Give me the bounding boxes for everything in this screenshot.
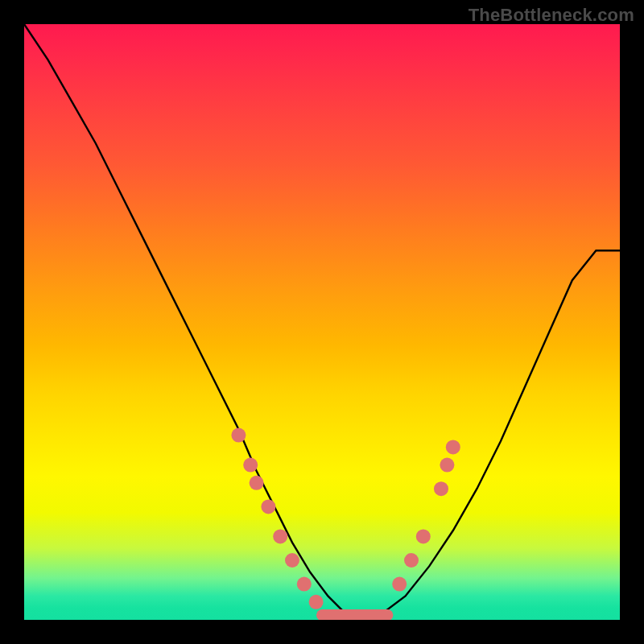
- chart-plot-area: [24, 24, 620, 620]
- curve-marker: [309, 595, 324, 609]
- watermark-text: TheBottleneck.com: [469, 5, 634, 26]
- curve-marker: [285, 553, 299, 568]
- curve-marker: [404, 553, 419, 568]
- curve-marker: [434, 481, 448, 496]
- curve-marker: [231, 428, 246, 443]
- curve-marker: [243, 458, 258, 473]
- curve-marker: [297, 577, 312, 592]
- curve-marker: [392, 577, 407, 592]
- chart-svg: [24, 24, 620, 620]
- curve-marker: [250, 476, 264, 490]
- curve-marker: [440, 458, 454, 473]
- curve-marker: [273, 529, 287, 543]
- curve-marker: [261, 499, 275, 514]
- marker-group: [231, 428, 460, 609]
- curve-marker: [416, 529, 431, 543]
- chart-frame: TheBottleneck.com: [0, 0, 644, 644]
- curve-marker: [446, 440, 460, 454]
- bottleneck-curve: [24, 24, 620, 620]
